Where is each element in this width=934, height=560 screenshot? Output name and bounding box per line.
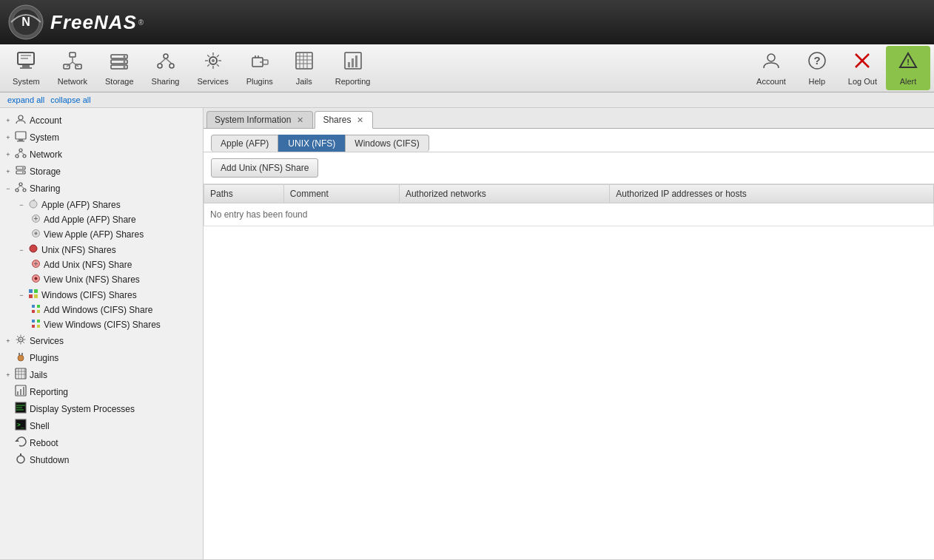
nav-reporting[interactable]: Reporting: [326, 46, 380, 90]
sidebar-item-plugins[interactable]: Plugins: [0, 349, 203, 366]
network-toggle[interactable]: +: [3, 149, 13, 160]
sidebar-item-system[interactable]: + System: [0, 129, 203, 146]
view-unix-icon: [31, 274, 41, 286]
add-unix-nfs-share-button[interactable]: Add Unix (NFS) Share: [211, 158, 318, 178]
svg-rect-81: [32, 305, 35, 308]
account-icon: [15, 113, 27, 127]
nav-network[interactable]: Network: [49, 46, 96, 90]
tab-shares[interactable]: Shares ✕: [315, 111, 373, 129]
sidebar-item-windows-cifs[interactable]: − Windows (CIFS) Shares: [13, 287, 203, 303]
sidebar-item-view-windows[interactable]: View Windows (CIFS) Shares: [28, 317, 203, 332]
shutdown-icon: [15, 453, 27, 467]
subtab-cifs[interactable]: Windows (CIFS): [345, 135, 429, 152]
content-tabs: System Information ✕ Shares ✕: [204, 108, 934, 129]
nav-services[interactable]: Services: [188, 46, 237, 90]
tab-sysinfo[interactable]: System Information ✕: [206, 111, 313, 128]
nav-logout[interactable]: Log Out: [839, 46, 886, 90]
sidebar-item-shell[interactable]: >_ Shell: [0, 417, 203, 434]
sidebar-item-jails[interactable]: + Jails: [0, 366, 203, 383]
sidebar-item-services[interactable]: + Services: [0, 332, 203, 349]
system-toggle[interactable]: +: [3, 132, 13, 143]
svg-text:N: N: [21, 16, 30, 28]
reboot-label: Reboot: [30, 438, 58, 448]
nav-system[interactable]: System: [4, 46, 49, 90]
nav-alert[interactable]: ! Alert: [886, 46, 930, 90]
sidebar-item-view-apple[interactable]: View Apple (AFP) Shares: [28, 227, 203, 242]
sidebar-item-display-processes[interactable]: Display System Processes: [0, 400, 203, 417]
add-unix-label: Add Unix (NFS) Share: [44, 260, 132, 270]
svg-point-90: [20, 339, 21, 340]
sidebar-item-shutdown[interactable]: Shutdown: [0, 451, 203, 468]
unix-toggle[interactable]: −: [16, 245, 27, 255]
shares-table: Paths Comment Authorized networks Author…: [204, 184, 934, 226]
svg-point-72: [30, 245, 37, 252]
nav-sharing[interactable]: Sharing: [143, 46, 189, 90]
logo-icon: N: [7, 4, 44, 41]
expand-all-link[interactable]: expand all: [7, 95, 44, 104]
svg-rect-52: [17, 141, 24, 142]
sidebar-toolbar: expand all collapse all: [0, 92, 934, 108]
storage-nav-icon: [109, 50, 130, 75]
sidebar-item-reporting[interactable]: Reporting: [0, 383, 203, 400]
nav-alert-label: Alert: [900, 77, 917, 86]
nav-jails[interactable]: Jails: [282, 46, 326, 90]
subtab-nfs[interactable]: UNIX (NFS): [278, 135, 345, 152]
header: N FreeNAS ®: [0, 0, 934, 44]
system-label: System: [30, 132, 59, 143]
subtab-afp[interactable]: Apple (AFP): [211, 135, 278, 152]
jails-toggle[interactable]: +: [3, 370, 13, 380]
svg-rect-59: [16, 171, 25, 174]
svg-point-63: [16, 189, 19, 192]
nav-jails-label: Jails: [296, 77, 312, 86]
jails-nav-icon: [294, 50, 315, 75]
svg-point-43: [767, 54, 775, 61]
account-label: Account: [30, 115, 61, 126]
tab-shares-close[interactable]: ✕: [355, 115, 365, 125]
sidebar-item-sharing[interactable]: − Sharing: [0, 180, 203, 197]
subtab-afp-label: Apple (AFP): [221, 138, 269, 149]
sidebar-item-storage[interactable]: + Storage: [0, 163, 203, 180]
nav-plugins[interactable]: Plugins: [238, 46, 282, 90]
nav-help[interactable]: ? Help: [795, 46, 839, 90]
tab-shares-label: Shares: [323, 115, 351, 125]
sidebar-item-view-unix[interactable]: View Unix (NFS) Shares: [28, 272, 203, 287]
nfs-shares-table: Paths Comment Authorized networks Author…: [204, 184, 934, 559]
svg-text:!: !: [907, 58, 910, 67]
nav-network-label: Network: [58, 77, 87, 86]
svg-point-60: [22, 167, 24, 169]
nav-account[interactable]: Account: [747, 46, 795, 90]
sidebar-item-apple-afp[interactable]: − Apple (AFP) Shares: [13, 197, 203, 212]
svg-point-26: [212, 59, 215, 62]
windows-toggle[interactable]: −: [16, 290, 27, 300]
jails-icon: [15, 368, 27, 382]
windows-cifs-label: Windows (CIFS) Shares: [41, 290, 137, 300]
svg-rect-80: [34, 294, 38, 298]
sidebar-item-unix-nfs[interactable]: − Unix (NFS) Shares: [13, 242, 203, 257]
collapse-all-link[interactable]: collapse all: [50, 95, 90, 104]
svg-rect-101: [17, 391, 19, 395]
tab-sysinfo-close[interactable]: ✕: [295, 115, 305, 125]
nav-help-label: Help: [809, 77, 826, 86]
sidebar-item-add-apple[interactable]: + Add Apple (AFP) Share: [28, 212, 203, 227]
apple-toggle[interactable]: −: [16, 200, 27, 210]
view-apple-icon: [31, 229, 41, 240]
storage-toggle[interactable]: +: [3, 166, 13, 177]
svg-text:?: ?: [813, 54, 820, 67]
svg-line-66: [21, 186, 24, 189]
nav-storage[interactable]: Storage: [96, 46, 143, 90]
sidebar-item-account[interactable]: + Account: [0, 112, 203, 129]
sharing-toggle[interactable]: −: [3, 183, 13, 194]
windows-icon: [28, 289, 38, 301]
account-toggle[interactable]: +: [3, 115, 13, 126]
svg-rect-77: [29, 289, 33, 293]
svg-line-23: [160, 58, 166, 64]
sidebar-item-network[interactable]: + Network: [0, 146, 203, 163]
sidebar-item-add-unix[interactable]: + Add Unix (NFS) Share: [28, 257, 203, 272]
apple-afp-label: Apple (AFP) Shares: [41, 200, 121, 210]
services-toggle[interactable]: +: [3, 336, 13, 346]
col-paths: Paths: [204, 185, 284, 203]
sidebar-item-reboot[interactable]: Reboot: [0, 434, 203, 451]
svg-point-71: [35, 232, 38, 235]
sidebar-item-add-windows[interactable]: Add Windows (CIFS) Share: [28, 303, 203, 317]
svg-rect-86: [37, 320, 40, 323]
